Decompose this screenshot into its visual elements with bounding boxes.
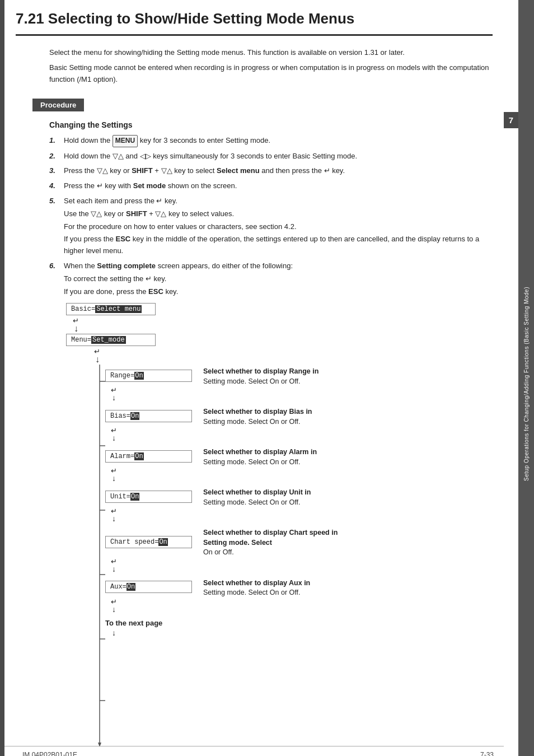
procedure-content: Changing the Settings 1. Hold down the M… — [49, 120, 493, 756]
chart-speed-item-group: Chart speed=On Select whether to display… — [105, 526, 349, 573]
range-item-group: Range=On Select whether to display Range… — [105, 365, 349, 402]
bias-on: On — [130, 412, 139, 420]
step-2-content: Hold down the ▽△ and ◁▷ keys simultaneou… — [64, 151, 493, 162]
step-4-content: Press the ↵ key with Set mode shown on t… — [64, 180, 493, 192]
footer-rule — [4, 746, 504, 746]
left-accent-bar — [0, 0, 4, 756]
step-4: 4. Press the ↵ key with Set mode shown o… — [49, 180, 493, 192]
aux-item-group: Aux=On Select whether to display Aux in … — [105, 576, 349, 613]
aux-desc: Select whether to display Aux in Setting… — [203, 576, 310, 598]
diagram-section: Basic=Select menu ↵ ↓ Menu=Set_mode ↵ ↓ — [66, 303, 493, 756]
intro-para-2: Basic Setting mode cannot be entered whe… — [49, 62, 493, 86]
page-title: 7.21 Selecting to Show/Hide Setting Mode… — [16, 10, 493, 27]
alarm-row: Alarm=On Select whether to display Alarm… — [105, 445, 317, 467]
step-5: 5. Set each item and press the ↵ key. Us… — [49, 195, 493, 257]
step-1: 1. Hold down the MENU key for 3 seconds … — [49, 135, 493, 147]
step-6: 6. When the Setting complete screen appe… — [49, 260, 493, 297]
aux-desc-bold: Select whether to display Aux in — [203, 579, 310, 587]
unit-desc-bold: Select whether to display Unit in — [203, 488, 311, 496]
alarm-item-group: Alarm=On Select whether to display Alarm… — [105, 445, 349, 482]
alarm-on: On — [134, 452, 143, 460]
basic-menu-box: Basic=Select menu — [66, 303, 156, 315]
step-2-num: 2. — [49, 151, 60, 162]
chart-speed-on: On — [158, 538, 167, 546]
right-sidebar: Setup Operations for Changing/Adding Fun… — [518, 0, 534, 756]
items-column: Range=On Select whether to display Range… — [105, 365, 349, 637]
intro-para-1: Select the menu for showing/hiding the S… — [49, 47, 493, 59]
bias-box: Bias=On — [105, 410, 192, 422]
step-3-num: 3. — [49, 165, 60, 177]
aux-box: Aux=On — [105, 581, 192, 593]
bias-desc-rest: Setting mode. Select On or Off. — [203, 418, 300, 426]
range-desc: Select whether to display Range in Setti… — [203, 365, 318, 386]
alarm-box: Alarm=On — [105, 450, 192, 463]
chapter-tab: 7 — [504, 112, 518, 128]
main-content: 7.21 Selecting to Show/Hide Setting Mode… — [4, 0, 504, 756]
range-desc-bold: Select whether to display Range in — [203, 367, 318, 375]
aux-desc-rest: Setting mode. Select On or Off. — [203, 589, 300, 596]
unit-box: Unit=On — [105, 491, 192, 503]
aux-row: Aux=On Select whether to display Aux in … — [105, 576, 310, 598]
unit-item-group: Unit=On Select whether to display Unit i… — [105, 486, 349, 522]
chart-speed-enter: ↵ — [111, 558, 117, 565]
alarm-desc-bold: Select whether to display Alarm in — [203, 448, 317, 456]
page-footer: IM 04P02B01-01E 7-33 — [16, 751, 500, 756]
alarm-desc: Select whether to display Alarm in Setti… — [203, 445, 317, 467]
step-5-sub-3: If you press the ESC key in the middle o… — [64, 234, 493, 257]
sub-items-area: Range=On Select whether to display Range… — [94, 365, 349, 756]
bias-desc-bold: Select whether to display Bias in — [203, 408, 312, 416]
next-page-group: To the next page ↓ — [105, 619, 349, 637]
unit-desc: Select whether to display Unit in Settin… — [203, 486, 311, 507]
step-1-num: 1. — [49, 135, 60, 147]
step-3-content: Press the ▽△ key or SHIFT + ▽△ key to se… — [64, 165, 493, 177]
range-row: Range=On Select whether to display Range… — [105, 365, 318, 386]
flow-enter-2: ↵ ↓ — [94, 346, 100, 365]
chart-speed-box: Chart speed=On — [105, 536, 192, 548]
procedure-label: Procedure — [32, 99, 84, 111]
range-box: Range=On — [105, 370, 192, 382]
unit-on: On — [130, 493, 139, 501]
step-2: 2. Hold down the ▽△ and ◁▷ keys simultan… — [49, 151, 493, 162]
chart-speed-row: Chart speed=On Select whether to display… — [105, 526, 349, 558]
arrow-1: ↓ — [74, 324, 78, 334]
sidebar-label: Setup Operations for Changing/Adding Fun… — [523, 287, 530, 481]
aux-enter: ↵ — [111, 598, 117, 605]
bias-desc: Select whether to display Bias in Settin… — [203, 405, 312, 427]
tree-connector-svg — [94, 365, 105, 756]
footer-right: 7-33 — [480, 751, 494, 756]
range-arrow: ↓ — [112, 394, 116, 402]
bias-arrow: ↓ — [112, 434, 116, 442]
menu-key: MENU — [113, 135, 138, 147]
step-5-content: Set each item and press the ↵ key. Use t… — [64, 195, 493, 257]
arrow-2: ↓ — [95, 354, 100, 365]
chart-speed-arrow: ↓ — [112, 565, 116, 573]
bias-item-group: Bias=On Select whether to display Bias i… — [105, 405, 349, 442]
unit-arrow: ↓ — [112, 515, 116, 522]
next-page-arrow: ↓ — [112, 628, 116, 637]
menu-highlight: Set_mode — [91, 336, 126, 344]
range-on: On — [134, 372, 143, 380]
unit-desc-rest: Setting mode. Select On or Off. — [203, 498, 300, 506]
range-desc-rest: Setting mode. Select On or Off. — [203, 377, 300, 385]
tree-vert-line — [94, 365, 105, 756]
chart-speed-desc-rest: On or Off. — [203, 548, 234, 556]
alarm-desc-rest: Setting mode. Select On or Off. — [203, 458, 300, 466]
chart-speed-desc-bold: Select whether to display Chart speed in… — [203, 529, 338, 547]
steps-list: 1. Hold down the MENU key for 3 seconds … — [49, 135, 493, 297]
menu-setmode-box: Menu=Set_mode — [66, 334, 156, 346]
step-1-content: Hold down the MENU key for 3 seconds to … — [64, 135, 493, 147]
footer-left: IM 04P02B01-01E — [22, 751, 77, 756]
step-5-num: 5. — [49, 195, 60, 257]
step-6-content: When the Setting complete screen appears… — [64, 260, 493, 297]
diagram-flow: Basic=Select menu ↵ ↓ Menu=Set_mode ↵ ↓ — [66, 303, 493, 756]
aux-on: On — [127, 583, 135, 591]
step-5-sub-2: For the procedure on how to enter values… — [64, 221, 493, 233]
step-6-sub-1: To correct the setting the ↵ key. — [64, 273, 493, 285]
step-6-num: 6. — [49, 260, 60, 297]
aux-arrow: ↓ — [112, 605, 116, 613]
chart-speed-desc: Select whether to display Chart speed in… — [203, 526, 349, 558]
alarm-arrow: ↓ — [112, 474, 116, 482]
step-6-sub-2: If you are done, press the ESC key. — [64, 286, 493, 298]
step-3: 3. Press the ▽△ key or SHIFT + ▽△ key to… — [49, 165, 493, 177]
flow-enter-1: ↵ ↓ — [73, 315, 79, 334]
